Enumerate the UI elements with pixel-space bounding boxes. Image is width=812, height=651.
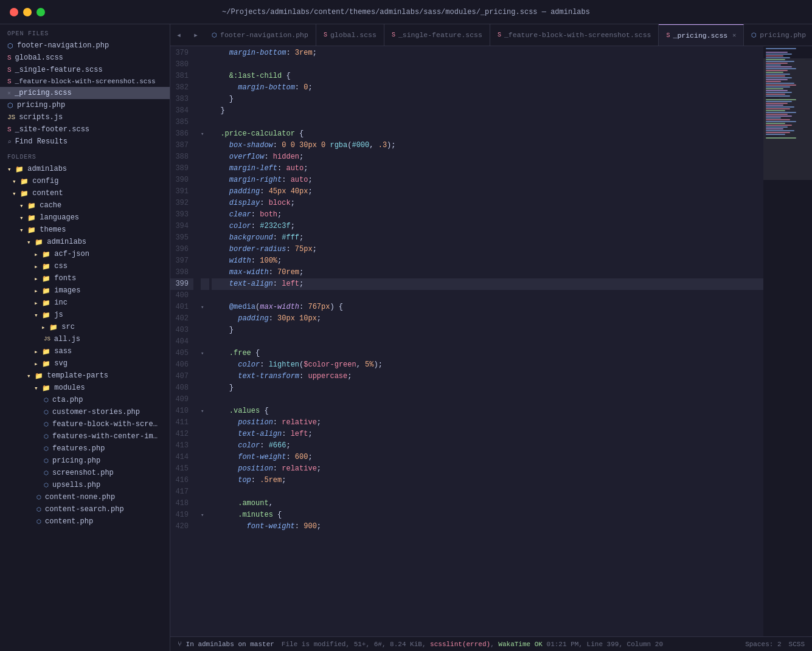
tab-pricing-scss[interactable]: S _pricing.scss ✕	[659, 24, 744, 46]
folder-src[interactable]: ▸ 📁 src	[0, 321, 170, 333]
folder-inc[interactable]: ▸ 📁 inc	[0, 297, 170, 309]
fold-indicator: ▾	[201, 498, 209, 509]
sidebar-item-pricing-scss[interactable]: ✕ _pricing.scss	[0, 87, 170, 99]
sidebar-item-feature-block-scss[interactable]: S _feature-block-with-screenshot.scss	[0, 76, 170, 87]
folder-icon-images: ▸ 📁	[34, 287, 50, 295]
file-cta-php[interactable]: ⬡ cta.php	[0, 394, 170, 406]
folder-icon-modules: ▾ 📁	[34, 384, 50, 392]
fold-indicator: ▾	[201, 475, 209, 486]
fold-indicator: ▾	[201, 244, 209, 255]
folder-themes[interactable]: ▾ 📁 themes	[0, 224, 170, 236]
folder-adminlabs[interactable]: ▾ 📁 adminlabs	[0, 163, 170, 175]
fold-indicator: ▾	[201, 452, 209, 463]
folder-cache[interactable]: ▾ 📁 cache	[0, 199, 170, 212]
folder-icon-sass: ▸ 📁	[34, 348, 50, 356]
tab-footer-navigation[interactable]: ⬡ footer-navigation.php	[204, 24, 316, 46]
titlebar: ~/Projects/adminlabs/content/themes/admi…	[0, 0, 812, 24]
line-num: 399	[170, 278, 193, 290]
folder-icon-css: ▸ 📁	[34, 263, 50, 270]
code-content[interactable]: 3793803813823833843853863873883893903913…	[170, 46, 763, 636]
file-content-php[interactable]: ⬡ content.php	[0, 515, 170, 528]
fold-indicators: ▾▾▾▾▾▾▾▾▾▾▾▾▾▾▾▾▾▾▾▾▾▾▾▾▾▾▾▾▾▾▾▾▾▾▾▾▾▾▾▾…	[201, 46, 209, 636]
code-lines[interactable]: margin-bottom: 3rem; &:last-child { marg…	[209, 46, 763, 636]
tab-nav-back[interactable]: ◂	[170, 24, 187, 46]
file-screenshot-php[interactable]: ⬡ screenshot.php	[0, 467, 170, 479]
spaces-indicator[interactable]: Spaces: 2	[745, 641, 781, 648]
folder-template-parts[interactable]: ▾ 📁 template-parts	[0, 370, 170, 382]
code-line: display: block;	[212, 198, 763, 209]
line-num: 418	[170, 498, 193, 509]
tab-feature-block-scss[interactable]: S _feature-block-with-screenshot.scss	[490, 24, 659, 46]
file-features-php[interactable]: ⬡ features.php	[0, 443, 170, 455]
close-button[interactable]	[10, 8, 18, 16]
tab-single-feature-scss[interactable]: S _single-feature.scss	[384, 24, 490, 46]
tab-nav-forward[interactable]: ▸	[187, 24, 204, 46]
scss-file-icon-2: S	[7, 66, 12, 74]
folder-config[interactable]: ▾ 📁 config	[0, 175, 170, 187]
line-num: 404	[170, 336, 193, 348]
sidebar-item-find-results[interactable]: ⌕ Find Results	[0, 136, 170, 148]
file-content-search-php[interactable]: ⬡ content-search.php	[0, 503, 170, 515]
sidebar-item-single-feature-scss[interactable]: S _single-feature.scss	[0, 64, 170, 76]
close-x-icon[interactable]: ✕	[7, 89, 11, 97]
folder-images[interactable]: ▸ 📁 images	[0, 284, 170, 297]
scss-tab-icon-1: S	[324, 32, 327, 38]
php-icon-content: ⬡	[36, 518, 41, 525]
git-icon: ⑂	[178, 641, 182, 648]
folder-svg[interactable]: ▸ 📁 svg	[0, 357, 170, 370]
sidebar-item-global-scss[interactable]: S global.scss	[0, 52, 170, 64]
fold-indicator: ▾	[201, 255, 209, 267]
code-line: margin-right: auto;	[212, 174, 763, 186]
folder-sass[interactable]: ▸ 📁 sass	[0, 345, 170, 357]
find-icon: ⌕	[7, 138, 12, 146]
folder-css[interactable]: ▸ 📁 css	[0, 260, 170, 272]
sidebar-item-footer-navigation[interactable]: ⬡ footer-navigation.php	[0, 40, 170, 52]
code-line: }	[212, 105, 763, 117]
file-content-none-php[interactable]: ⬡ content-none.php	[0, 491, 170, 503]
minimize-button[interactable]	[23, 8, 32, 16]
folder-modules[interactable]: ▾ 📁 modules	[0, 382, 170, 394]
folder-fonts[interactable]: ▸ 📁 fonts	[0, 272, 170, 284]
php-file-icon: ⬡	[7, 42, 13, 50]
maximize-button[interactable]	[36, 8, 45, 16]
file-feature-block-php[interactable]: ⬡ feature-block-with-scre…	[0, 418, 170, 430]
file-all-js[interactable]: JS all.js	[0, 333, 170, 345]
php-icon-features-center: ⬡	[44, 433, 49, 440]
tab-close-pricing[interactable]: ✕	[732, 32, 736, 39]
fold-indicator: ▾	[201, 486, 209, 498]
code-line: clear: both;	[212, 209, 763, 221]
status-file-modified: File is modified, 51+, 6#, 8.24 KiB, scs…	[282, 641, 663, 648]
tab-pricing-php[interactable]: ⬡ pricing.php	[744, 24, 812, 46]
fold-indicator: ▾	[201, 267, 209, 278]
file-upsells-php[interactable]: ⬡ upsells.php	[0, 479, 170, 491]
folder-languages[interactable]: ▾ 📁 languages	[0, 212, 170, 224]
fold-indicator: ▾	[201, 463, 209, 475]
language-indicator[interactable]: SCSS	[789, 641, 805, 648]
file-customer-stories-php[interactable]: ⬡ customer-stories.php	[0, 406, 170, 418]
code-line: margin-bottom: 3rem;	[212, 47, 763, 59]
fold-indicator: ▾	[201, 313, 209, 325]
php-icon-cta: ⬡	[44, 397, 49, 404]
code-line: text-align: left;	[212, 429, 763, 440]
line-num: 405	[170, 348, 193, 359]
sidebar-item-scripts-js[interactable]: JS scripts.js	[0, 111, 170, 123]
js-file-icon: JS	[7, 114, 15, 121]
folder-acf-json[interactable]: ▸ 📁 acf-json	[0, 248, 170, 260]
file-pricing-php-modules[interactable]: ⬡ pricing.php	[0, 455, 170, 467]
folder-js[interactable]: ▾ 📁 js	[0, 309, 170, 321]
tab-global-scss[interactable]: S global.scss	[316, 24, 384, 46]
scss-file-icon: S	[7, 54, 12, 61]
code-line	[212, 59, 763, 71]
linter-status: scsslint(erred)	[430, 641, 490, 648]
file-features-center-php[interactable]: ⬡ features-with-center-im…	[0, 430, 170, 443]
line-num: 410	[170, 405, 193, 417]
sidebar-item-site-footer-scss[interactable]: S _site-footer.scss	[0, 123, 170, 136]
folder-content[interactable]: ▾ 📁 content	[0, 187, 170, 199]
code-line: text-transform: uppercase;	[212, 371, 763, 382]
folder-icon-themes: ▾ 📁	[19, 226, 36, 234]
line-num: 414	[170, 452, 193, 463]
sidebar-item-pricing-php[interactable]: ⬡ pricing.php	[0, 99, 170, 111]
code-editor: 3793803813823833843853863873883893903913…	[170, 46, 812, 636]
folder-adminlabs-theme[interactable]: ▾ 📁 adminlabs	[0, 236, 170, 248]
php-icon-content-search: ⬡	[36, 506, 41, 513]
